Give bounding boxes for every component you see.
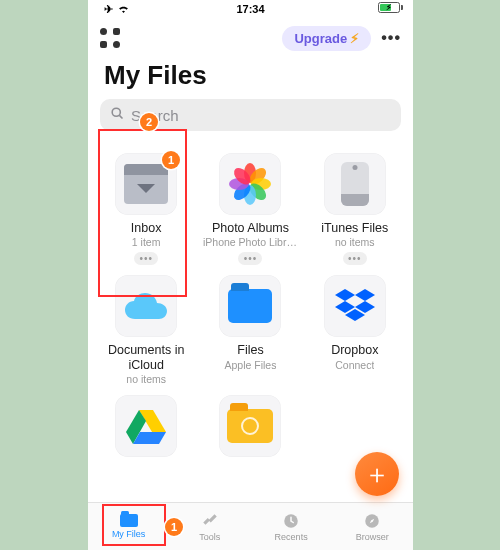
dropbox-icon [334,287,376,325]
tile-icon [219,395,281,457]
svg-line-1 [119,115,122,118]
tab-recents[interactable]: Recents [251,503,332,550]
tile-subtitle: iPhone Photo Libra... [203,236,298,248]
tile-name: Dropbox [331,343,378,357]
plus-icon: ＋ [364,457,390,492]
upgrade-button[interactable]: Upgrade ⚡︎ [282,26,371,51]
add-button[interactable]: ＋ [355,452,399,496]
tile-icon [324,275,386,337]
tools-icon [201,512,219,530]
downloads-folder-icon [227,409,273,443]
files-folder-icon [228,289,272,323]
tile-more-icon[interactable]: ••• [343,252,367,265]
app-menu-icon[interactable] [100,28,120,48]
tile-subtitle: no items [126,373,166,385]
tile-subtitle: 1 item [132,236,161,248]
drive-icon [126,408,166,444]
tab-bar: My FilesToolsRecentsBrowser [88,502,413,550]
tile-subtitle: no items [335,236,375,248]
wifi-icon [117,4,130,16]
tab-my-files[interactable]: My Files [88,503,169,550]
top-bar: Upgrade ⚡︎ ••• [88,20,413,56]
tile-icon [115,275,177,337]
svg-marker-11 [355,289,375,301]
tile-folder2[interactable] [198,391,302,463]
page-title: My Files [88,56,413,99]
tile-name: iTunes Files [321,221,388,235]
tile-dropbox[interactable]: DropboxConnect [303,271,407,391]
svg-point-0 [112,108,120,116]
tile-subtitle: Apple Files [224,359,276,371]
tile-name: Inbox [131,221,162,235]
battery-indicator: ⚡︎ [378,2,403,15]
tile-icon [115,153,177,215]
tile-name: Documents in iCloud [99,343,194,372]
tile-icon [219,275,281,337]
search-input[interactable]: Search [100,99,401,131]
tile-name: Photo Albums [212,221,289,235]
tile-icon [115,395,177,457]
files-grid: Inbox1 item•••Photo AlbumsiPhone Photo L… [88,141,413,502]
itunes-icon [341,162,369,206]
tab-label: Browser [356,532,389,542]
tile-more-icon[interactable]: ••• [134,252,158,265]
app-screen: ✈︎ 17:34 ⚡︎ Upgrade ⚡︎ ••• My Files Sear… [88,0,413,550]
svg-marker-10 [335,289,355,301]
tile-files[interactable]: FilesApple Files [198,271,302,391]
airplane-icon: ✈︎ [104,3,113,16]
tile-drive[interactable] [94,391,198,463]
tile-icon [324,153,386,215]
inbox-icon [124,164,168,204]
tile-more-icon[interactable]: ••• [238,252,262,265]
tab-tools[interactable]: Tools [169,503,250,550]
search-icon [110,106,125,125]
clock: 17:34 [236,3,264,15]
tab-browser[interactable]: Browser [332,503,413,550]
tile-icon [219,153,281,215]
tile-photos[interactable]: Photo AlbumsiPhone Photo Libra...••• [198,149,302,271]
upgrade-label: Upgrade [294,31,347,46]
compass-icon [363,512,381,530]
clock-icon [282,512,300,530]
more-icon[interactable]: ••• [381,29,401,47]
tab-label: Tools [199,532,220,542]
cloud-icon [123,291,169,321]
tab-label: My Files [112,529,146,539]
tile-subtitle: Connect [335,359,374,371]
bolt-icon: ⚡︎ [350,31,359,46]
photos-icon [229,163,271,205]
search-placeholder: Search [131,107,179,124]
folder-icon [120,514,138,527]
tile-name: Files [237,343,263,357]
tile-inbox[interactable]: Inbox1 item••• [94,149,198,271]
tab-label: Recents [275,532,308,542]
status-bar: ✈︎ 17:34 ⚡︎ [88,0,413,20]
tile-itunes[interactable]: iTunes Filesno items••• [303,149,407,271]
status-left: ✈︎ [104,3,130,16]
tile-icloud[interactable]: Documents in iCloudno items [94,271,198,391]
